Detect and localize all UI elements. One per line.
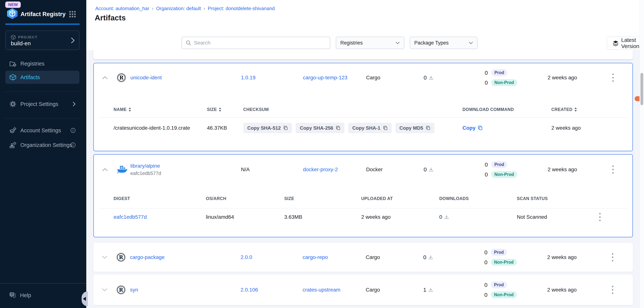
artifact-version-link[interactable]: 2.0.106 — [240, 287, 258, 293]
prod-badge: Prod — [491, 281, 507, 288]
copy-md5-button[interactable]: Copy MD5 — [396, 123, 434, 133]
artifact-repository-link[interactable]: crates-upstream — [302, 287, 340, 293]
breadcrumb: Account: automation_har › Organization: … — [95, 6, 275, 12]
row-menu-kebab-icon[interactable] — [610, 251, 615, 263]
project-selector[interactable]: PROJECT build-en — [6, 31, 80, 50]
updated-time: 2 weeks ago — [547, 254, 576, 260]
artifact-version-link[interactable]: 1.0.19 — [241, 75, 256, 80]
artifact-row[interactable]: R unicode-ident 1.0.19 cargo-up-temp-123… — [94, 63, 632, 92]
artifact-row[interactable]: R syn 2.0.106 crates-upstream Cargo 1 0 … — [94, 275, 633, 305]
versions-toggle: Latest Versions All Versions — [607, 37, 644, 50]
sidebar-item-label: Artifacts — [20, 74, 40, 80]
project-cube-icon — [11, 35, 16, 40]
image-size: 3.63MB — [284, 214, 302, 220]
info-icon[interactable] — [70, 128, 76, 133]
column-header-size: SIZE — [284, 196, 294, 201]
search-icon — [186, 40, 191, 46]
artifact-version: N/A — [241, 167, 250, 172]
collapse-row-chevron-up[interactable] — [102, 166, 108, 173]
scrollbar-thumb[interactable] — [640, 73, 643, 105]
breadcrumb-project[interactable]: Project: donotdelete-shivanand — [208, 6, 274, 12]
artifact-repository-link[interactable]: cargo-repo — [302, 254, 328, 260]
artifact-repository-link[interactable]: cargo-up-temp-123 — [303, 75, 348, 80]
nonprod-count: 0 — [484, 259, 488, 265]
project-label: PROJECT — [18, 35, 38, 39]
column-header-created[interactable]: CREATED — [551, 107, 577, 112]
new-badge: NEW — [5, 2, 21, 8]
app-grid-icon[interactable] — [69, 11, 76, 18]
nonprod-badge: Non-Prod — [491, 171, 517, 178]
expand-row-chevron-down[interactable] — [101, 254, 108, 261]
chevron-down-icon — [468, 42, 473, 44]
info-icon[interactable] — [70, 142, 76, 148]
sidebar-item-project-settings[interactable]: Project Settings — [6, 97, 80, 111]
app-title: Artifact Registry — [20, 11, 66, 18]
package-types-dropdown[interactable]: Package Types — [410, 37, 478, 49]
downloads-count: 0 — [424, 74, 427, 81]
digest-link[interactable]: eafc1edb577d — [114, 214, 147, 220]
expand-row-chevron-down[interactable] — [101, 286, 108, 293]
artifact-name-link[interactable]: syn — [130, 287, 138, 293]
artifact-row[interactable]: library/alpine eafc1edb577d N/A docker-p… — [94, 155, 632, 185]
rust-crate-icon: R — [116, 285, 126, 294]
registries-dropdown[interactable]: Registries — [336, 37, 404, 49]
copy-sha512-button[interactable]: Copy SHA-512 — [243, 123, 292, 133]
latest-versions-button[interactable]: Latest Versions — [607, 37, 644, 50]
sidebar-item-registries[interactable]: Registries — [6, 57, 80, 70]
column-header-checksum: CHECKSUM — [243, 107, 269, 112]
prod-count: 0 — [484, 282, 488, 288]
artifact-row[interactable]: R cargo-package 2.0.0 cargo-repo Cargo 0… — [94, 243, 633, 272]
column-header-name[interactable]: NAME — [114, 107, 131, 112]
page-title: Artifacts — [95, 14, 126, 22]
page-scrollbar[interactable] — [640, 0, 644, 308]
breadcrumb-account[interactable]: Account: automation_har — [95, 6, 149, 12]
scan-status: Not Scanned — [517, 214, 547, 220]
divider — [98, 117, 628, 118]
artifact-repository-link[interactable]: docker-proxy-2 — [303, 167, 338, 172]
copy-sha1-button[interactable]: Copy SHA-1 — [348, 123, 392, 133]
checksum-buttons: Copy SHA-512 Copy SHA-256 Copy SHA-1 Cop… — [243, 123, 434, 133]
row-menu-kebab-icon[interactable] — [610, 284, 615, 296]
rust-crate-icon: R — [117, 73, 126, 82]
sidebar-item-artifacts[interactable]: Artifacts — [6, 71, 80, 84]
row-menu-kebab-icon[interactable] — [610, 72, 616, 84]
column-header-size[interactable]: SIZE — [207, 107, 221, 112]
downloads-count: 1 — [423, 287, 426, 293]
column-header-os-arch: OS/ARCH — [206, 196, 226, 201]
package-type: Cargo — [366, 287, 380, 293]
column-header-scan-status: SCAN STATUS — [517, 196, 548, 201]
search-input[interactable] — [194, 40, 321, 46]
artifact-name-link[interactable]: unicode-ident — [130, 75, 162, 80]
org-hierarchy-gear-icon — [10, 142, 16, 148]
divider — [0, 283, 86, 283]
sidebar: NEW Artifact Registry PROJECT build-e — [0, 0, 86, 308]
artifact-card-syn: R syn 2.0.106 crates-upstream Cargo 1 0 … — [94, 275, 633, 305]
file-name: /cratesunicode-ident-1.0.19.crate — [114, 125, 190, 131]
download-icon — [429, 288, 433, 292]
row-menu-kebab-icon[interactable] — [610, 164, 616, 176]
artifacts-cube-icon — [10, 74, 16, 80]
package-type: Cargo — [366, 254, 380, 260]
artifact-name-link[interactable]: cargo-package — [130, 254, 164, 260]
copy-sha256-button[interactable]: Copy SHA-256 — [296, 123, 344, 133]
layers-gear-icon — [10, 127, 16, 134]
sidebar-item-organization-settings[interactable]: Organization Settings — [6, 138, 80, 151]
docker-whale-icon — [117, 165, 128, 174]
breadcrumb-separator: › — [152, 6, 154, 12]
breadcrumb-organization[interactable]: Organization: default — [156, 6, 201, 12]
chevron-right-icon — [73, 102, 76, 106]
collapse-row-chevron-up[interactable] — [102, 74, 108, 81]
digest-menu-kebab-icon[interactable] — [597, 211, 602, 223]
download-icon — [429, 76, 433, 80]
artifact-name-link[interactable]: library/alpine — [130, 163, 161, 169]
prod-badge: Prod — [491, 69, 507, 76]
latest-versions-label: Latest Versions — [621, 37, 642, 49]
help-button[interactable]: ? Help — [9, 292, 31, 299]
package-type: Docker — [366, 167, 383, 172]
copy-download-command-button[interactable]: Copy — [462, 125, 483, 131]
sidebar-item-account-settings[interactable]: Account Settings — [6, 124, 80, 137]
artifact-version-link[interactable]: 2.0.0 — [240, 254, 252, 260]
prod-badge: Prod — [491, 161, 507, 168]
divider — [5, 92, 80, 92]
help-chat-icon: ? — [9, 292, 16, 299]
